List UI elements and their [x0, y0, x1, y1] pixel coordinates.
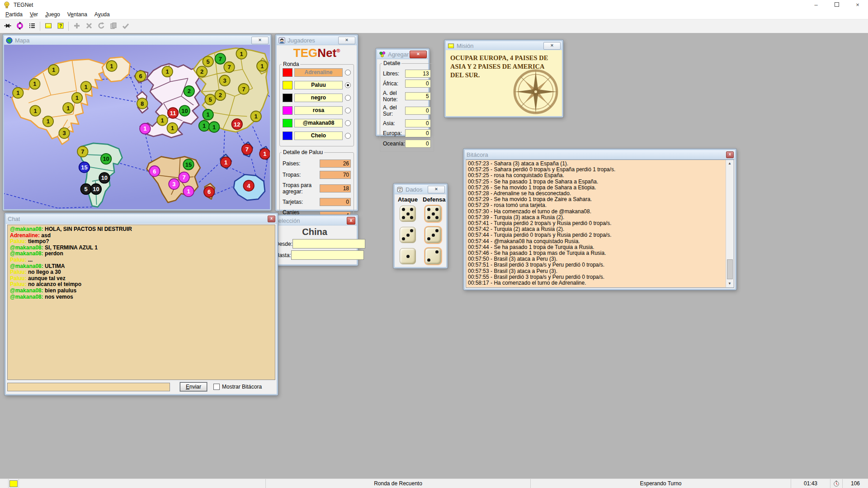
army-marker[interactable]: 1 [259, 149, 270, 160]
seleccion-titlebar[interactable]: Selección x [273, 216, 357, 225]
army-marker[interactable]: 1 [140, 123, 150, 134]
player-radio[interactable] [345, 133, 351, 139]
army-marker[interactable]: 10 [91, 184, 101, 195]
army-marker[interactable]: 5 [205, 94, 215, 105]
army-marker[interactable]: 1 [30, 105, 40, 116]
army-marker[interactable]: 1 [162, 66, 172, 77]
agregar-close-button[interactable]: × [410, 51, 427, 58]
desde-input[interactable] [292, 239, 365, 249]
servers-button[interactable] [14, 21, 25, 32]
army-marker[interactable]: 3 [219, 75, 230, 86]
army-marker[interactable]: 1 [106, 61, 117, 71]
agregar-titlebar[interactable]: Agregar × [377, 50, 428, 59]
log-scrollbar[interactable]: ▲ ▼ [726, 160, 734, 287]
cards-button[interactable] [108, 21, 119, 32]
player-radio[interactable] [345, 108, 351, 113]
army-marker[interactable]: 7 [215, 53, 226, 64]
army-marker[interactable]: 5 [80, 184, 91, 195]
jugadores-titlebar[interactable]: Jugadores × [277, 36, 357, 45]
army-marker[interactable]: 2 [197, 66, 207, 77]
jugadores-close-button[interactable]: × [338, 37, 355, 44]
army-marker[interactable]: 7 [179, 172, 189, 183]
mision-titlebar[interactable]: Misión × [446, 41, 562, 51]
army-marker[interactable]: 1 [167, 123, 178, 134]
menu-ayuda[interactable]: Ayuda [91, 10, 113, 19]
army-marker[interactable]: 15 [79, 162, 90, 173]
player-radio[interactable] [345, 95, 351, 101]
army-marker[interactable]: 15 [183, 159, 193, 170]
army-marker[interactable]: 1 [203, 109, 213, 120]
army-marker[interactable]: 2 [215, 90, 226, 101]
mision-close-button[interactable]: × [543, 42, 561, 50]
scroll-down-arrow-icon[interactable]: ▼ [726, 280, 733, 287]
army-marker[interactable]: 1 [257, 61, 267, 71]
army-marker[interactable]: 12 [232, 119, 242, 130]
army-marker[interactable]: 1 [43, 116, 53, 127]
army-marker[interactable]: 4 [243, 180, 254, 191]
dados-titlebar[interactable]: Dados × [395, 185, 446, 194]
attack-button[interactable] [83, 21, 94, 32]
army-marker[interactable]: 1 [63, 103, 73, 113]
army-marker[interactable]: 3 [59, 128, 69, 139]
mapa-close-button[interactable]: × [251, 37, 269, 44]
army-marker[interactable]: 1 [80, 81, 91, 92]
army-marker[interactable]: 10 [179, 105, 190, 116]
maximize-button[interactable] [826, 0, 847, 10]
army-marker[interactable]: 6 [149, 166, 160, 177]
army-marker[interactable]: 1 [199, 121, 209, 131]
army-marker[interactable]: 7 [224, 62, 234, 73]
mission-button[interactable] [42, 21, 54, 32]
chat-titlebar[interactable]: Chat x [6, 214, 277, 224]
menu-ventana[interactable]: Ventana [64, 10, 91, 19]
army-marker[interactable]: 1 [236, 48, 246, 59]
enviar-button[interactable]: Enviar [180, 382, 207, 391]
army-marker[interactable]: 1 [13, 88, 23, 99]
army-marker[interactable]: 1 [250, 111, 261, 122]
minimize-button[interactable]: – [806, 0, 826, 10]
player-radio[interactable] [345, 70, 351, 75]
mapa-titlebar[interactable]: Mapa × [4, 36, 270, 45]
help-status-button[interactable]: ? [55, 21, 66, 32]
mostrar-bitacora-checkbox[interactable] [213, 384, 220, 390]
army-marker[interactable]: 7 [238, 84, 249, 94]
army-marker[interactable]: 5 [203, 56, 213, 67]
player-list-button[interactable] [26, 21, 38, 32]
army-marker[interactable]: 7 [242, 144, 252, 155]
army-marker[interactable]: 10 [99, 173, 109, 183]
army-marker[interactable]: 3 [169, 179, 179, 190]
menu-ver[interactable]: Ver [26, 10, 42, 19]
army-marker[interactable]: 1 [157, 115, 167, 126]
add-troops-button[interactable] [71, 21, 82, 32]
army-marker[interactable]: 8 [137, 98, 147, 109]
army-marker[interactable]: 1 [72, 93, 82, 103]
army-marker[interactable]: 6 [135, 71, 146, 82]
dados-close-button[interactable]: × [428, 186, 445, 193]
player-radio[interactable] [345, 82, 351, 88]
menu-partida[interactable]: Partida [2, 10, 26, 19]
army-marker[interactable]: 1 [209, 122, 219, 132]
regroup-button[interactable] [95, 21, 107, 32]
army-marker[interactable]: 1 [29, 79, 40, 89]
bitacora-close-button[interactable]: x [726, 151, 734, 158]
army-marker[interactable]: 1 [183, 186, 193, 197]
connect-button[interactable] [2, 21, 13, 32]
army-marker[interactable]: 7 [77, 146, 88, 157]
army-marker[interactable]: 2 [184, 86, 194, 97]
hasta-input[interactable] [291, 250, 364, 260]
close-button[interactable]: × [847, 0, 868, 10]
army-marker[interactable]: 1 [48, 65, 59, 75]
player-radio[interactable] [345, 120, 351, 126]
seleccion-close-button[interactable]: x [347, 217, 355, 225]
chat-close-button[interactable]: x [268, 216, 275, 222]
army-marker[interactable]: 6 [204, 187, 214, 197]
scroll-up-arrow-icon[interactable]: ▲ [726, 160, 733, 167]
world-map[interactable]: 1111111113710151051068121011111157723257… [4, 45, 270, 209]
army-marker[interactable]: 1 [221, 157, 231, 168]
scrollbar-thumb[interactable] [727, 259, 733, 279]
end-turn-button[interactable] [120, 21, 131, 32]
army-marker[interactable]: 11 [168, 108, 178, 118]
chat-input[interactable] [7, 383, 170, 391]
bitacora-titlebar[interactable]: Bitácora x [465, 150, 735, 160]
army-marker[interactable]: 10 [101, 154, 111, 164]
menu-juego[interactable]: Juego [42, 10, 64, 19]
